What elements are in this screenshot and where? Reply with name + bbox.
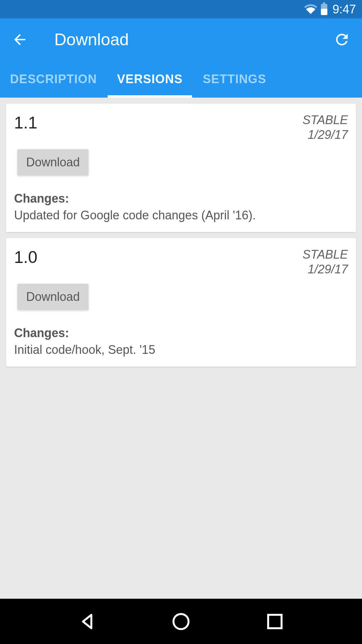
version-number: 1.0	[14, 248, 38, 267]
tabs: DESCRIPTION VERSIONS SETTINGS	[0, 61, 362, 98]
tab-description[interactable]: DESCRIPTION	[0, 61, 107, 98]
version-number: 1.1	[14, 113, 38, 132]
svg-rect-4	[268, 615, 282, 628]
content: 1.1 STABLE 1/29/17 Download Changes: Upd…	[0, 98, 362, 379]
release-date: 1/29/17	[303, 128, 348, 142]
wifi-icon	[304, 2, 318, 17]
version-card: 1.1 STABLE 1/29/17 Download Changes: Upd…	[6, 104, 356, 232]
version-card: 1.0 STABLE 1/29/17 Download Changes: Ini…	[6, 238, 356, 367]
tab-label: VERSIONS	[117, 72, 183, 86]
tab-versions[interactable]: VERSIONS	[107, 61, 193, 98]
changes-text: Updated for Google code changes (April '…	[14, 208, 348, 223]
svg-rect-2	[321, 9, 327, 15]
navigation-bar	[0, 599, 362, 644]
version-meta: STABLE 1/29/17	[303, 113, 348, 142]
changes-label: Changes:	[14, 192, 348, 206]
battery-icon	[320, 2, 328, 16]
changes-section: Changes: Updated for Google code changes…	[14, 192, 348, 223]
changes-text: Initial code/hook, Sept. '15	[14, 342, 348, 358]
toolbar: Download	[0, 18, 362, 61]
page-title: Download	[54, 30, 333, 49]
svg-rect-1	[323, 2, 325, 4]
tab-settings[interactable]: SETTINGS	[193, 61, 277, 98]
changes-section: Changes: Initial code/hook, Sept. '15	[14, 326, 348, 358]
changes-label: Changes:	[14, 326, 348, 340]
card-header: 1.1 STABLE 1/29/17	[14, 113, 348, 142]
tab-label: DESCRIPTION	[10, 72, 97, 86]
back-button[interactable]	[11, 31, 28, 48]
nav-home-button[interactable]	[171, 611, 191, 632]
tab-label: SETTINGS	[203, 72, 266, 86]
status-bar: 9:47	[0, 0, 362, 18]
download-button[interactable]: Download	[17, 149, 88, 175]
version-meta: STABLE 1/29/17	[303, 248, 348, 276]
stability-label: STABLE	[303, 248, 348, 262]
download-button[interactable]: Download	[17, 284, 88, 310]
card-header: 1.0 STABLE 1/29/17	[14, 248, 348, 276]
nav-back-button[interactable]	[77, 611, 97, 632]
nav-recents-button[interactable]	[265, 611, 285, 632]
status-time: 9:47	[333, 2, 356, 16]
app-bar: Download DESCRIPTION VERSIONS SETTINGS	[0, 18, 362, 98]
refresh-button[interactable]	[333, 31, 351, 48]
svg-point-3	[174, 614, 189, 629]
stability-label: STABLE	[303, 113, 348, 127]
release-date: 1/29/17	[303, 262, 348, 276]
